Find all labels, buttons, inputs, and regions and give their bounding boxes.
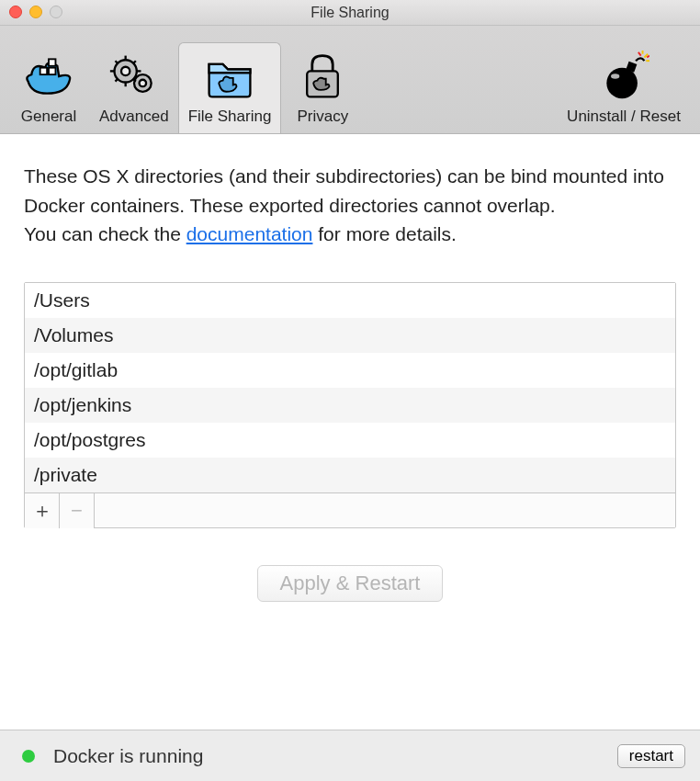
- lock-icon: [295, 49, 350, 104]
- preferences-window: File Sharing General: [0, 0, 700, 781]
- svg-point-23: [611, 74, 619, 79]
- restart-button[interactable]: restart: [617, 744, 685, 768]
- directory-row[interactable]: /opt/jenkins: [25, 388, 675, 423]
- folder-icon: [202, 49, 257, 104]
- tab-advanced[interactable]: Advanced: [90, 43, 178, 133]
- status-indicator-icon: [22, 750, 35, 763]
- directory-row[interactable]: /Users: [25, 283, 675, 318]
- tab-label: Advanced: [99, 108, 169, 126]
- svg-point-6: [139, 80, 145, 86]
- status-bar: Docker is running restart: [0, 730, 700, 781]
- desc-p2a: You can check the: [24, 223, 186, 244]
- tab-label: Privacy: [297, 108, 348, 126]
- directories-list: /Users/Volumes/opt/gitlab/opt/jenkins/op…: [24, 282, 676, 528]
- svg-rect-0: [40, 68, 47, 74]
- toolbar: General: [0, 26, 700, 134]
- content-area: These OS X directories (and their subdir…: [0, 134, 700, 730]
- apply-restart-button: Apply & Restart: [257, 565, 444, 602]
- add-button[interactable]: ＋: [25, 493, 60, 528]
- svg-line-14: [133, 61, 136, 63]
- button-bar-spacer: [95, 493, 675, 527]
- svg-point-4: [121, 67, 130, 75]
- close-button[interactable]: [9, 6, 22, 18]
- svg-point-16: [606, 68, 638, 99]
- tab-label: File Sharing: [188, 108, 272, 126]
- tab-general[interactable]: General: [7, 43, 90, 133]
- tab-filesharing[interactable]: File Sharing: [178, 42, 282, 133]
- documentation-link[interactable]: documentation: [186, 223, 313, 244]
- tab-label: General: [21, 108, 76, 126]
- directory-row[interactable]: /Volumes: [25, 318, 675, 353]
- desc-p2b: for more details.: [312, 223, 456, 244]
- tab-uninstall[interactable]: Uninstall / Reset: [555, 43, 693, 133]
- minimize-button[interactable]: [29, 6, 42, 18]
- description-text: These OS X directories (and their subdir…: [24, 162, 676, 249]
- directory-row[interactable]: /opt/gitlab: [25, 353, 675, 388]
- bomb-icon: [596, 49, 651, 104]
- svg-line-21: [638, 52, 641, 56]
- svg-line-11: [115, 61, 118, 63]
- svg-rect-1: [49, 68, 55, 74]
- svg-rect-2: [49, 59, 55, 65]
- list-button-bar: ＋ −: [25, 492, 675, 527]
- directory-row[interactable]: /private: [25, 458, 675, 492]
- tab-privacy[interactable]: Privacy: [281, 43, 364, 133]
- tab-label: Uninstall / Reset: [567, 108, 681, 126]
- zoom-button: [50, 6, 62, 18]
- titlebar: File Sharing: [0, 0, 700, 26]
- status-text: Docker is running: [53, 745, 617, 767]
- directory-row[interactable]: /opt/postgres: [25, 423, 675, 458]
- window-title: File Sharing: [0, 5, 700, 21]
- traffic-lights: [9, 6, 62, 18]
- svg-line-22: [647, 56, 649, 58]
- svg-line-13: [115, 79, 118, 82]
- gears-icon: [107, 49, 162, 104]
- desc-p1: These OS X directories (and their subdir…: [24, 165, 664, 216]
- remove-button: −: [60, 493, 95, 528]
- whale-icon: [21, 49, 76, 104]
